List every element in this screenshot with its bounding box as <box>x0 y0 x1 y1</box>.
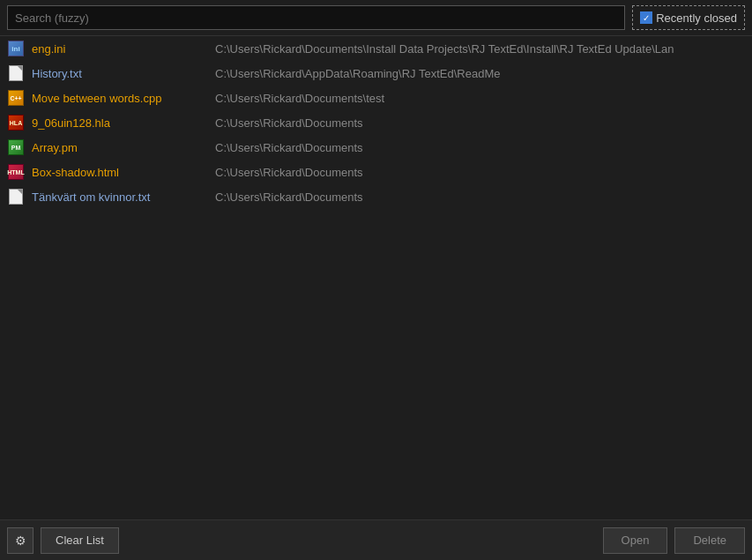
open-button[interactable]: Open <box>603 527 668 554</box>
table-row[interactable]: HLA 9_06uin128.hla C:\Users\Rickard\Docu… <box>0 110 752 135</box>
header: ✓ Recently closed <box>0 0 752 36</box>
html-icon: HTML <box>8 164 24 180</box>
pm-icon: PM <box>8 139 24 155</box>
file-list: ini eng.ini C:\Users\Rickard\Documents\I… <box>0 36 752 519</box>
hla-icon: HLA <box>8 115 24 131</box>
file-type-icon: HTML <box>7 163 25 181</box>
file-type-icon: PM <box>7 138 25 156</box>
table-row[interactable]: HTML Box-shadow.html C:\Users\Rickard\Do… <box>0 160 752 184</box>
delete-button[interactable]: Delete <box>674 527 745 554</box>
settings-icon: ⚙ <box>15 534 26 548</box>
recently-closed-label: Recently closed <box>656 11 737 25</box>
file-name: Move between words.cpp <box>32 92 208 105</box>
open-label: Open <box>622 534 650 547</box>
file-path: C:\Users\Rickard\Documents <box>215 141 363 154</box>
file-path: C:\Users\Rickard\Documents\Install Data … <box>215 42 674 56</box>
clear-list-label: Clear List <box>56 534 104 547</box>
clear-list-button[interactable]: Clear List <box>41 527 119 554</box>
table-row[interactable]: PM Array.pm C:\Users\Rickard\Documents <box>0 135 752 160</box>
settings-button[interactable]: ⚙ <box>7 527 34 554</box>
checkbox-icon: ✓ <box>640 11 652 24</box>
file-path: C:\Users\Rickard\Documents <box>215 116 363 130</box>
file-name: Tänkvärt om kvinnor.txt <box>32 190 208 204</box>
file-name: eng.ini <box>32 42 208 56</box>
file-type-icon: ini <box>7 40 25 57</box>
footer: ⚙ Clear List Open Delete <box>0 519 752 560</box>
ini-icon: ini <box>8 41 24 56</box>
table-row[interactable]: History.txt C:\Users\Rickard\AppData\Roa… <box>0 61 752 86</box>
file-name: Array.pm <box>32 141 208 154</box>
table-row[interactable]: ini eng.ini C:\Users\Rickard\Documents\I… <box>0 36 752 61</box>
file-type-icon: HLA <box>7 114 25 131</box>
file-type-icon <box>7 188 25 205</box>
file-name: Box-shadow.html <box>32 166 208 179</box>
txt-icon <box>9 189 23 205</box>
file-path: C:\Users\Rickard\AppData\Roaming\RJ Text… <box>215 67 500 80</box>
delete-label: Delete <box>693 534 726 547</box>
file-name: 9_06uin128.hla <box>32 116 208 130</box>
txt-icon <box>9 65 23 81</box>
table-row[interactable]: Tänkvärt om kvinnor.txt C:\Users\Rickard… <box>0 184 752 209</box>
file-path: C:\Users\Rickard\Documents <box>215 190 363 204</box>
recently-closed-button[interactable]: ✓ Recently closed <box>632 5 745 30</box>
file-type-icon: C++ <box>7 89 25 107</box>
file-path: C:\Users\Rickard\Documents <box>215 166 363 179</box>
file-name: History.txt <box>32 67 208 80</box>
cpp-icon: C++ <box>8 90 24 106</box>
file-path: C:\Users\Rickard\Documents\test <box>215 92 384 105</box>
file-type-icon <box>7 64 25 82</box>
table-row[interactable]: C++ Move between words.cpp C:\Users\Rick… <box>0 86 752 110</box>
search-input[interactable] <box>7 5 625 30</box>
